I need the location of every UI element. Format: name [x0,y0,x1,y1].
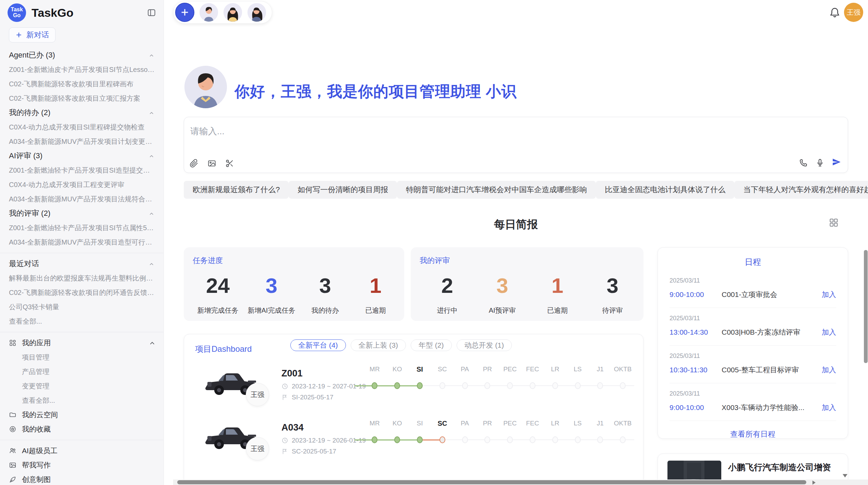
send-icon[interactable] [832,158,841,166]
milestone-labels: MRKOSISCPAPRPECFECLRLSJ1OKTB [363,420,634,427]
scroll-down-arrow[interactable] [843,474,847,477]
schedule-row: 9:00-10:00C001-立项审批会加入 [670,290,836,299]
schedule-item[interactable]: 2025/03/1113:00-14:30C003|H0B-方案冻结评审加入 [670,308,836,346]
sidebar-app-item[interactable]: 变更管理 [0,379,164,393]
member-avatar-1[interactable] [199,3,218,22]
member-avatar-3[interactable] [247,3,266,22]
recent-conversation-item[interactable]: 解释最新出台的欧盟报废车法规再生塑料比例被调至15%... [0,271,164,285]
dashboard-tab[interactable]: 全新上装 (3) [351,339,406,351]
date-range-text: 2023-12-19 ~ 2027-01-19 [292,383,366,390]
microphone-icon[interactable] [816,158,824,167]
recent-conversation-item[interactable]: C02-飞腾新能源轻客改款项目的闭环通告反馈情况 [0,285,164,300]
dashboard-tab[interactable]: 年型 (2) [411,339,452,351]
milestone-label: PA [454,365,476,373]
sidebar-item[interactable]: A034-全新新能源MUV产品开发项目计划变更表编写 [0,134,164,149]
stat-grid: 24新增完成任务3新增AI完成任务3我的待办1已逾期 [193,273,401,315]
sidebar-item-cloud-space[interactable]: 我的云空间 [0,408,164,422]
milestone-label: SC [431,420,454,427]
milestone-labels: MRKOSISCPAPRPECFECLRLSJ1OKTB [363,365,634,373]
sidebar-item-help-me-write[interactable]: 帮我写作 [0,458,164,472]
schedule-item[interactable]: 2025/03/1110:30-11:30C005-整车工程目标评审加入 [670,346,836,383]
milestone-label: J1 [589,365,612,373]
horizontal-scrollbar[interactable] [173,480,868,485]
recent-conversation-item[interactable]: 公司Q3轻卡销量 [0,300,164,314]
sidebar-collapse-icon[interactable] [147,8,156,17]
greeting-text: 你好，王强，我是你的项目管理助理 小识 [234,82,517,102]
new-chat-button[interactable]: 新对话 [9,27,56,42]
view-all-schedule-link[interactable]: 查看所有日程 [658,421,848,448]
flag-icon [281,448,288,455]
suggestion-chip[interactable]: 当下年轻人对汽车外观有怎样的喜好趋势 [734,181,868,199]
paperclip-icon[interactable] [190,159,198,168]
milestone-label: FEC [521,420,544,427]
dashboard-tab[interactable]: 全新平台 (4) [290,339,346,351]
project-code: A034 [281,422,304,433]
join-link[interactable]: 加入 [822,403,836,412]
sidebar-section-header[interactable]: AI评审 (3) [0,149,164,163]
suggestion-chip[interactable]: 欧洲新规最近颁布了什么? [184,181,289,199]
join-link[interactable]: 加入 [822,365,836,375]
sidebar-item[interactable]: C0X4-动力总成开发项目SI里程碑提交物检查 [0,120,164,134]
project-code: Z001 [281,368,303,379]
scissors-icon[interactable] [225,159,234,168]
new-chat-label: 新对话 [26,30,49,40]
sidebar-section-header[interactable]: 我的评审 (2) [0,206,164,221]
join-link[interactable]: 加入 [822,327,836,337]
horizontal-scrollbar-handle[interactable] [177,480,806,484]
vertical-scrollbar[interactable] [864,250,868,363]
sidebar-item[interactable]: Z001-全新燃油轻卡产品开发项目SI节点属性5D文件评审 [0,221,164,235]
sidebar-item-my-apps[interactable]: 我的应用 [0,336,164,350]
schedule-date: 2025/03/11 [670,277,836,284]
sidebar-section-header[interactable]: 我的待办 (2) [0,105,164,120]
sidebar-item[interactable]: A034-全新新能源MUV产品开发项目法规符合性评审 [0,192,164,206]
sidebar-item-favorites[interactable]: 我的收藏 [0,422,164,436]
sidebar-item[interactable]: Z001-全新燃油轻卡产品开发项目SI造型提交物评审 [0,163,164,177]
stat: 24新增完成任务 [197,273,239,315]
sidebar-divider [0,332,164,332]
image-icon[interactable] [207,159,216,168]
sidebar-app-item[interactable]: 查看全部... [0,393,164,408]
sidebar-item[interactable]: Z001-全新燃油皮卡产品开发项目SI节点Lesson Learn报告 [0,62,164,77]
milestone-dot [484,436,490,443]
sidebar-section-header[interactable]: 最近对话 [0,257,164,271]
sidebar-item-ai-super-staff[interactable]: AI超级员工 [0,444,164,458]
dashboard-tab[interactable]: 动总开发 (1) [457,339,512,351]
stat-value: 1 [537,273,578,298]
notification-bell-icon[interactable] [829,7,841,18]
suggestion-chip[interactable]: 如何写一份清晰的项目周报 [289,181,397,199]
sidebar-item[interactable]: C02-飞腾新能源轻客改款项目里程碑画布 [0,77,164,91]
phone-icon[interactable] [799,158,808,167]
sidebar-item[interactable]: C0X4-动力总成开发项目工程变更评审 [0,177,164,192]
chat-input-box[interactable]: 请输入... [184,117,848,173]
milestone-dot [575,382,581,389]
chat-input-placeholder: 请输入... [190,125,225,137]
milestone-label: KO [386,420,409,427]
sidebar-item[interactable]: C02-飞腾新能源轻客改款项目立项汇报方案 [0,91,164,105]
stat: 2进行中 [426,273,468,315]
member-avatar-2[interactable] [223,3,242,22]
layout-grid-icon[interactable] [829,218,839,227]
stat: 3待评审 [592,273,633,315]
schedule-item[interactable]: 2025/03/119:00-10:00C001-立项审批会加入 [670,270,836,308]
schedule-item[interactable]: 2025/03/119:00-10:00X003-车辆动力学性能验...加入 [670,383,836,421]
suggestion-chip[interactable]: 比亚迪全固态电池计划具体说了什么 [596,181,734,199]
project-dashboard-card: 项目Dashboard 全新平台 (4)全新上装 (3)年型 (2)动总开发 (… [184,334,643,485]
add-member-button[interactable] [175,3,194,22]
milestone-dot [620,436,626,443]
pen-icon [9,476,16,483]
project-row[interactable]: 王强Z0012023-12-19 ~ 2027-01-19SI-2025-05-… [184,365,643,420]
sidebar-item[interactable]: A034-全新新能源MUV产品开发项目造型可行性评审 [0,235,164,249]
project-row[interactable]: 王强A0342023-12-19 ~ 2026-01-19SC-2025-05-… [184,420,643,474]
suggestion-chip[interactable]: 特朗普可能对进口汽车增税会对中国车企造成哪些影响 [397,181,596,199]
daily-briefing-title: 每日简报 [494,218,538,231]
sidebar-app-item[interactable]: 产品管理 [0,364,164,379]
user-avatar[interactable]: 王强 [844,3,863,22]
recent-conversation-item[interactable]: 查看全部... [0,314,164,328]
scroll-right-arrow[interactable] [812,481,816,485]
milestone-label: J1 [589,420,612,427]
briefing-stats-row: 任务进度24新增完成任务3新增AI完成任务3我的待办1已逾期我的评审2进行中3A… [184,247,643,321]
sidebar-app-item[interactable]: 项目管理 [0,350,164,364]
sidebar-section-header[interactable]: Agent已办 (3) [0,48,164,62]
join-link[interactable]: 加入 [822,290,836,299]
sidebar-item-creative-drawing[interactable]: 创意制图 [0,472,164,485]
